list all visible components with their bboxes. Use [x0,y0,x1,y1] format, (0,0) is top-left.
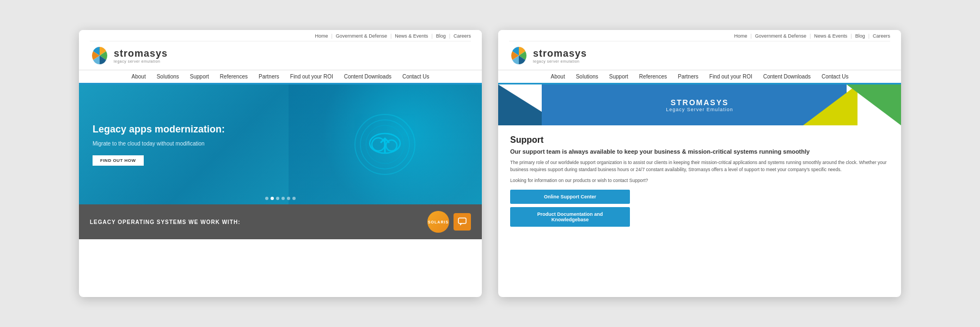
right-header: Home | Government & Defense | News & Eve… [498,30,901,70]
right-nav-solutions[interactable]: Solutions [576,74,598,80]
legacy-os-label: LEGACY OPERATING SYSTEMS WE WORK WITH: [90,219,241,225]
left-logo: stromasys legacy server emulation [90,46,168,65]
nav-downloads[interactable]: Content Downloads [344,74,391,80]
right-main-nav: stromasys legacy server emulation [509,41,890,70]
dot-4[interactable] [281,197,285,200]
slide-dots [265,197,296,200]
left-bottom-bar: LEGACY OPERATING SYSTEMS WE WORK WITH: S… [79,204,482,239]
top-nav-careers[interactable]: Careers [454,33,471,39]
left-header: Home | Government & Defense | News & Eve… [79,30,482,70]
product-documentation-button[interactable]: Product Documentation and Knowledgebase [510,207,630,227]
right-nav-partners[interactable]: Partners [678,74,699,80]
nav-support[interactable]: Support [190,74,209,80]
right-nav-contact[interactable]: Contact Us [822,74,848,80]
dot-6[interactable] [292,197,296,200]
dot-1[interactable] [265,197,268,200]
cloud-upload-icon [352,112,418,177]
find-out-how-button[interactable]: FIND OUT HOW [93,155,144,166]
banner-text-overlay: STROMASYS Legacy Server Emulation [498,84,901,125]
right-nav-downloads[interactable]: Content Downloads [763,74,811,80]
hero-title: Legacy apps modernization: [93,123,225,136]
top-nav-gov[interactable]: Government & Defense [336,33,387,39]
right-logo-name: stromasys [533,48,587,59]
dot-2[interactable] [271,197,274,200]
right-top-nav-home[interactable]: Home [734,33,747,39]
right-nav-support[interactable]: Support [609,74,628,80]
right-nav-references[interactable]: References [639,74,667,80]
hero-image [289,84,482,204]
nav-partners[interactable]: Partners [259,74,279,80]
right-banner: STROMASYS Legacy Server Emulation [498,84,901,125]
dot-3[interactable] [276,197,279,200]
nav-about[interactable]: About [132,74,146,80]
left-secondary-nav: About Solutions Support References Partn… [79,70,482,84]
right-logo: stromasys legacy server emulation [509,46,587,65]
right-stromasys-logo-icon [509,46,529,65]
right-nav-about[interactable]: About [551,74,565,80]
right-top-nav-news[interactable]: News & Events [814,33,847,39]
stromasys-logo-icon [90,46,109,65]
left-browser-window: Home | Government & Defense | News & Eve… [79,30,482,297]
top-nav-blog[interactable]: Blog [436,33,446,39]
support-body-text: The primary role of our worldwide suppor… [510,159,889,173]
nav-contact[interactable]: Contact Us [402,74,429,80]
left-hero: Legacy apps modernization: Migrate to th… [79,84,482,204]
top-nav-home[interactable]: Home [315,33,328,39]
right-top-nav-blog[interactable]: Blog [855,33,865,39]
online-support-center-button[interactable]: Online Support Center [510,190,630,204]
right-browser-window: Home | Government & Defense | News & Eve… [498,30,901,297]
support-heading: Support [510,135,889,145]
logo-name: stromasys [114,48,168,59]
support-subheading: Our support team is always available to … [510,148,889,155]
banner-title: STROMASYS [671,98,729,107]
right-top-nav-careers[interactable]: Careers [873,33,890,39]
svg-rect-7 [458,218,466,223]
top-nav-news[interactable]: News & Events [395,33,428,39]
chat-icon[interactable] [454,213,471,231]
left-top-bar: Home | Government & Defense | News & Eve… [90,30,471,41]
right-logo-text: stromasys legacy server emulation [533,48,587,63]
nav-solutions[interactable]: Solutions [157,74,179,80]
right-top-bar: Home | Government & Defense | News & Eve… [509,30,890,41]
nav-roi[interactable]: Find out your ROI [290,74,333,80]
logo-tagline: legacy server emulation [114,59,168,63]
hero-content: Legacy apps modernization: Migrate to th… [79,112,238,176]
hero-subtitle: Migrate to the cloud today without modif… [93,141,225,147]
dot-5[interactable] [287,197,290,200]
right-secondary-nav: About Solutions Support References Partn… [498,70,901,84]
left-main-nav: stromasys legacy server emulation [90,41,471,70]
solaris-badge[interactable]: SOLARIS [427,211,449,233]
left-logo-text: stromasys legacy server emulation [114,48,168,63]
right-nav-roi[interactable]: Find out your ROI [709,74,752,80]
nav-references[interactable]: References [220,74,248,80]
right-top-nav-gov[interactable]: Government & Defense [755,33,806,39]
banner-subtitle: Legacy Server Emulation [666,107,733,112]
support-cta-text: Looking for information on our products … [510,178,889,183]
support-content-area: Support Our support team is always avail… [498,125,901,240]
right-logo-tagline: legacy server emulation [533,59,587,63]
